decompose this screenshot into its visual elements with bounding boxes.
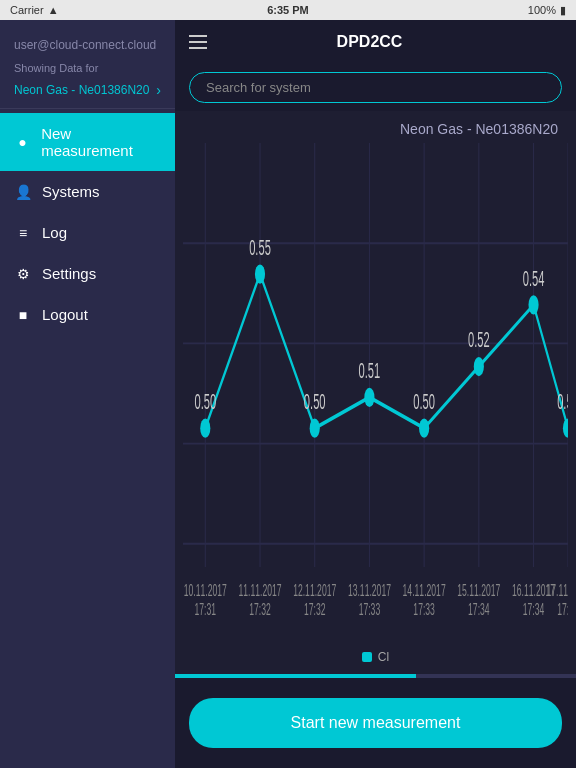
svg-text:17:34: 17:34 bbox=[468, 600, 490, 619]
svg-text:17:32: 17:32 bbox=[304, 600, 326, 619]
svg-text:12.11.2017: 12.11.2017 bbox=[293, 581, 336, 600]
svg-point-19 bbox=[563, 419, 568, 438]
svg-point-17 bbox=[474, 357, 484, 376]
chevron-right-icon: › bbox=[156, 82, 161, 98]
chart-section: Neon Gas - Ne01386N20 bbox=[175, 111, 576, 674]
sidebar-system-selector[interactable]: Neon Gas - Ne01386N20 › bbox=[0, 76, 175, 104]
svg-point-18 bbox=[528, 295, 538, 314]
svg-text:11.11.2017: 11.11.2017 bbox=[238, 581, 281, 600]
list-icon: ≡ bbox=[14, 225, 32, 241]
status-time: 6:35 PM bbox=[267, 4, 309, 16]
svg-text:0.50: 0.50 bbox=[557, 390, 568, 414]
svg-text:17:32: 17:32 bbox=[249, 600, 271, 619]
svg-text:0.50: 0.50 bbox=[304, 390, 326, 414]
svg-text:0.55: 0.55 bbox=[249, 236, 271, 260]
sidebar: user@cloud-connect.cloud Showing Data fo… bbox=[0, 20, 175, 768]
sidebar-system-name: Neon Gas - Ne01386N20 bbox=[14, 83, 149, 97]
svg-text:0.52: 0.52 bbox=[468, 328, 490, 352]
sidebar-item-settings[interactable]: ⚙ Settings bbox=[0, 253, 175, 294]
hamburger-line bbox=[189, 35, 207, 37]
svg-text:14.11.2017: 14.11.2017 bbox=[403, 581, 446, 600]
svg-point-12 bbox=[200, 419, 210, 438]
svg-text:0.50: 0.50 bbox=[194, 390, 216, 414]
legend-label-cl: Cl bbox=[378, 650, 389, 664]
sidebar-item-systems[interactable]: 👤 Systems bbox=[0, 171, 175, 212]
page-title: DPD2CC bbox=[337, 33, 403, 51]
main-content: DPD2CC Neon Gas - Ne01386N20 bbox=[175, 20, 576, 768]
chart-wrapper: 0.50 0.55 0.50 0.51 0.50 0.52 0.54 0.50 … bbox=[183, 143, 568, 644]
app-layout: user@cloud-connect.cloud Showing Data fo… bbox=[0, 20, 576, 768]
svg-text:17:31: 17:31 bbox=[195, 600, 217, 619]
legend-dot-cl bbox=[362, 652, 372, 662]
search-container bbox=[175, 64, 576, 111]
sidebar-divider bbox=[0, 108, 175, 109]
battery-label: 100% bbox=[528, 4, 556, 16]
hamburger-menu[interactable] bbox=[189, 35, 207, 49]
svg-point-14 bbox=[310, 419, 320, 438]
svg-text:0.50: 0.50 bbox=[413, 390, 435, 414]
start-measurement-button[interactable]: Start new measurement bbox=[189, 698, 562, 748]
svg-text:17:35: 17:35 bbox=[557, 600, 568, 619]
battery-icon: ▮ bbox=[560, 4, 566, 17]
user-icon: 👤 bbox=[14, 184, 32, 200]
hamburger-line bbox=[189, 41, 207, 43]
sidebar-item-label: Log bbox=[42, 224, 67, 241]
sidebar-item-label: Settings bbox=[42, 265, 96, 282]
sidebar-item-label: Logout bbox=[42, 306, 88, 323]
top-bar: DPD2CC bbox=[175, 20, 576, 64]
gear-icon: ⚙ bbox=[14, 266, 32, 282]
search-input[interactable] bbox=[189, 72, 562, 103]
square-icon: ■ bbox=[14, 307, 32, 323]
svg-point-15 bbox=[364, 388, 374, 407]
sidebar-item-label: New measurement bbox=[41, 125, 161, 159]
sidebar-item-log[interactable]: ≡ Log bbox=[0, 212, 175, 253]
svg-text:13.11.2017: 13.11.2017 bbox=[348, 581, 391, 600]
wifi-icon: ▲ bbox=[48, 4, 59, 16]
svg-text:0.51: 0.51 bbox=[359, 359, 381, 383]
chart-title: Neon Gas - Ne01386N20 bbox=[183, 121, 568, 137]
svg-text:10.11.2017: 10.11.2017 bbox=[184, 581, 227, 600]
sidebar-item-label: Systems bbox=[42, 183, 100, 200]
svg-text:17:33: 17:33 bbox=[359, 600, 381, 619]
sidebar-item-new-measurement[interactable]: ● New measurement bbox=[0, 113, 175, 171]
hamburger-line bbox=[189, 47, 207, 49]
carrier-label: Carrier bbox=[10, 4, 44, 16]
sidebar-showing-label: Showing Data for bbox=[0, 60, 175, 76]
svg-text:17.11.2017: 17.11.2017 bbox=[546, 581, 568, 600]
bottom-section: Start new measurement bbox=[175, 678, 576, 768]
svg-point-13 bbox=[255, 264, 265, 283]
status-bar: Carrier ▲ 6:35 PM 100% ▮ bbox=[0, 0, 576, 20]
circle-icon: ● bbox=[14, 134, 31, 150]
chart-svg: 0.50 0.55 0.50 0.51 0.50 0.52 0.54 0.50 … bbox=[183, 143, 568, 644]
svg-text:15.11.2017: 15.11.2017 bbox=[457, 581, 500, 600]
svg-text:0.54: 0.54 bbox=[523, 267, 545, 291]
sidebar-user-email: user@cloud-connect.cloud bbox=[0, 30, 175, 56]
svg-text:17:34: 17:34 bbox=[523, 600, 545, 619]
chart-legend: Cl bbox=[183, 644, 568, 668]
sidebar-item-logout[interactable]: ■ Logout bbox=[0, 294, 175, 335]
svg-point-16 bbox=[419, 419, 429, 438]
svg-text:17:33: 17:33 bbox=[413, 600, 435, 619]
